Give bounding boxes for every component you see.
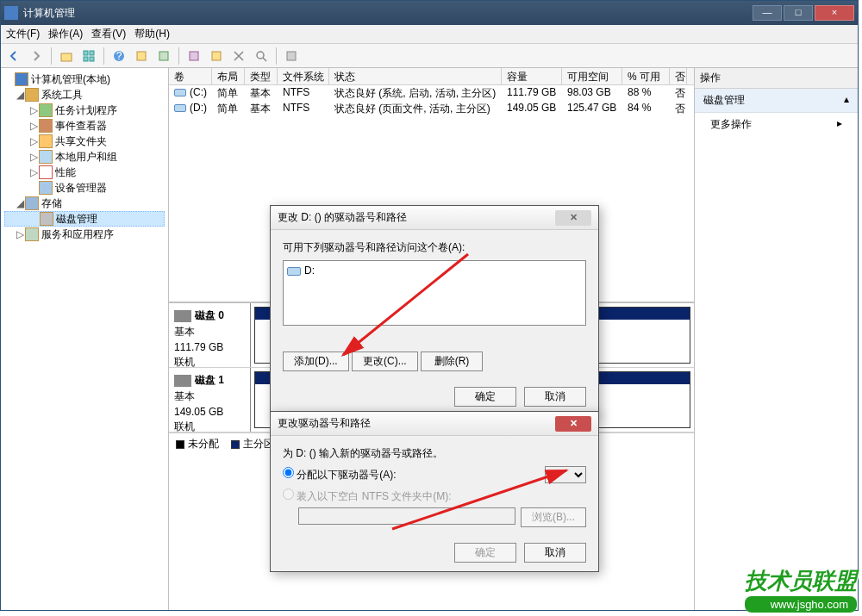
change-letter-path-dialog: 更改驱动器号和路径 ✕ 为 D: () 输入新的驱动器号或路径。 分配以下驱动器… <box>270 411 599 572</box>
navigation-tree: 计算机管理(本地) ◢系统工具 ▷任务计划程序 ▷事件查看器 ▷共享文件夹 ▷本… <box>1 68 169 610</box>
view-button[interactable] <box>79 47 98 65</box>
app-icon <box>4 6 18 20</box>
tree-storage[interactable]: ◢存储 <box>4 196 165 211</box>
tool-icon-4[interactable] <box>207 47 226 65</box>
col-type[interactable]: 类型 <box>245 68 278 84</box>
search-icon[interactable] <box>252 47 271 65</box>
tree-diskmgmt[interactable]: 磁盘管理 <box>4 211 165 227</box>
close-button[interactable]: × <box>815 5 854 21</box>
legend-primary-swatch <box>231 440 240 449</box>
mount-folder-label: 装入以下空白 NTFS 文件夹中(M): <box>283 490 452 502</box>
col-status[interactable]: 状态 <box>329 68 502 84</box>
col-volume[interactable]: 卷 <box>169 68 212 84</box>
dialog2-title: 更改驱动器号和路径 <box>278 416 555 431</box>
tree-systools[interactable]: ◢系统工具 <box>4 87 165 103</box>
drive-item[interactable]: D: <box>287 264 582 277</box>
col-pct[interactable]: % 可用 <box>622 68 670 84</box>
svg-rect-1 <box>84 51 88 55</box>
dialog2-instruction: 为 D: () 输入新的驱动器号或路径。 <box>283 446 586 461</box>
forward-button[interactable] <box>27 47 46 65</box>
assign-letter-label[interactable]: 分配以下驱动器号(A): <box>283 467 397 482</box>
dialog1-instruction: 可用下列驱动器号和路径访问这个卷(A): <box>283 240 586 255</box>
help-icon[interactable]: ? <box>109 47 128 65</box>
col-layout[interactable]: 布局 <box>212 68 245 84</box>
tool-icon-3[interactable] <box>184 47 203 65</box>
tree-performance[interactable]: ▷性能 <box>4 165 165 180</box>
back-button[interactable] <box>4 47 23 65</box>
tree-eventviewer[interactable]: ▷事件查看器 <box>4 118 165 134</box>
tool-icon-1[interactable] <box>132 47 151 65</box>
action-diskmgmt[interactable]: 磁盘管理▴ <box>695 89 858 113</box>
tool-icon-6[interactable] <box>282 47 301 65</box>
chevron-right-icon: ▸ <box>837 117 842 132</box>
menubar: 文件(F) 操作(A) 查看(V) 帮助(H) <box>1 25 858 44</box>
action-more[interactable]: 更多操作▸ <box>695 113 858 136</box>
tree-sharedfolders[interactable]: ▷共享文件夹 <box>4 134 165 149</box>
dialog1-title: 更改 D: () 的驱动器号和路径 <box>278 210 555 225</box>
action-panel: 操作 磁盘管理▴ 更多操作▸ <box>694 68 858 610</box>
change-drive-letter-dialog: 更改 D: () 的驱动器号和路径 ✕ 可用下列驱动器号和路径访问这个卷(A):… <box>270 205 599 416</box>
col-capacity[interactable]: 容量 <box>502 68 562 84</box>
drive-icon <box>287 267 301 276</box>
tree-root[interactable]: 计算机管理(本地) <box>4 72 165 87</box>
svg-rect-7 <box>137 52 146 60</box>
menu-file[interactable]: 文件(F) <box>6 27 40 41</box>
titlebar[interactable]: 计算机管理 — □ × <box>1 1 858 25</box>
menu-action[interactable]: 操作(A) <box>48 27 83 41</box>
maximize-button[interactable]: □ <box>784 5 813 21</box>
svg-point-11 <box>257 52 264 59</box>
dialog1-close-button[interactable]: ✕ <box>555 210 591 226</box>
watermark: 技术员联盟 www.jsgho.com <box>745 566 857 613</box>
svg-line-12 <box>263 58 266 61</box>
volume-row[interactable]: (D:)简单基本NTFS状态良好 (页面文件, 活动, 主分区)149.05 G… <box>169 101 694 116</box>
toolbar: ? <box>1 44 858 68</box>
volume-list-header: 卷 布局 类型 文件系统 状态 容量 可用空间 % 可用 否 <box>169 68 694 85</box>
svg-text:?: ? <box>116 50 122 62</box>
svg-rect-3 <box>84 57 88 61</box>
minimize-button[interactable]: — <box>753 5 782 21</box>
drive-letter-select[interactable]: D <box>545 466 586 483</box>
dialog2-cancel-button[interactable]: 取消 <box>524 543 586 563</box>
mount-folder-radio <box>283 488 294 500</box>
assign-letter-radio[interactable] <box>283 467 294 478</box>
tool-icon-5[interactable] <box>229 47 248 65</box>
up-button[interactable] <box>57 47 76 65</box>
svg-rect-4 <box>90 57 94 61</box>
tree-localusers[interactable]: ▷本地用户和组 <box>4 149 165 165</box>
svg-rect-10 <box>212 52 221 60</box>
svg-rect-13 <box>287 52 296 60</box>
tree-devicemgr[interactable]: 设备管理器 <box>4 180 165 196</box>
col-fs[interactable]: 文件系统 <box>278 68 329 84</box>
drive-letter-listbox[interactable]: D: <box>283 260 586 326</box>
svg-rect-2 <box>90 51 94 55</box>
tree-taskscheduler[interactable]: ▷任务计划程序 <box>4 103 165 118</box>
dialog1-ok-button[interactable]: 确定 <box>454 387 516 407</box>
volume-row[interactable]: (C:)简单基本NTFS状态良好 (系统, 启动, 活动, 主分区)111.79… <box>169 85 694 101</box>
menu-view[interactable]: 查看(V) <box>91 27 126 41</box>
svg-rect-9 <box>190 52 198 60</box>
mount-path-input <box>298 507 515 525</box>
svg-rect-8 <box>159 52 168 60</box>
dialog2-close-button[interactable]: ✕ <box>555 416 591 432</box>
add-button[interactable]: 添加(D)... <box>283 352 349 371</box>
change-button[interactable]: 更改(C)... <box>352 352 418 371</box>
action-header: 操作 <box>695 68 858 89</box>
menu-help[interactable]: 帮助(H) <box>134 27 170 41</box>
remove-button[interactable]: 删除(R) <box>421 352 483 371</box>
col-free[interactable]: 可用空间 <box>562 68 622 84</box>
col-fault[interactable]: 否 <box>670 68 687 84</box>
svg-rect-0 <box>61 53 72 61</box>
dialog1-titlebar[interactable]: 更改 D: () 的驱动器号和路径 ✕ <box>271 206 598 230</box>
legend-unalloc-swatch <box>176 440 184 449</box>
dialog1-cancel-button[interactable]: 取消 <box>524 387 586 407</box>
dialog2-ok-button: 确定 <box>454 543 516 563</box>
window-title: 计算机管理 <box>23 6 753 21</box>
browse-button: 浏览(B)... <box>521 507 586 527</box>
dialog2-titlebar[interactable]: 更改驱动器号和路径 ✕ <box>271 412 598 436</box>
tool-icon-2[interactable] <box>154 47 173 65</box>
collapse-icon: ▴ <box>844 93 849 108</box>
tree-services[interactable]: ▷服务和应用程序 <box>4 227 165 242</box>
